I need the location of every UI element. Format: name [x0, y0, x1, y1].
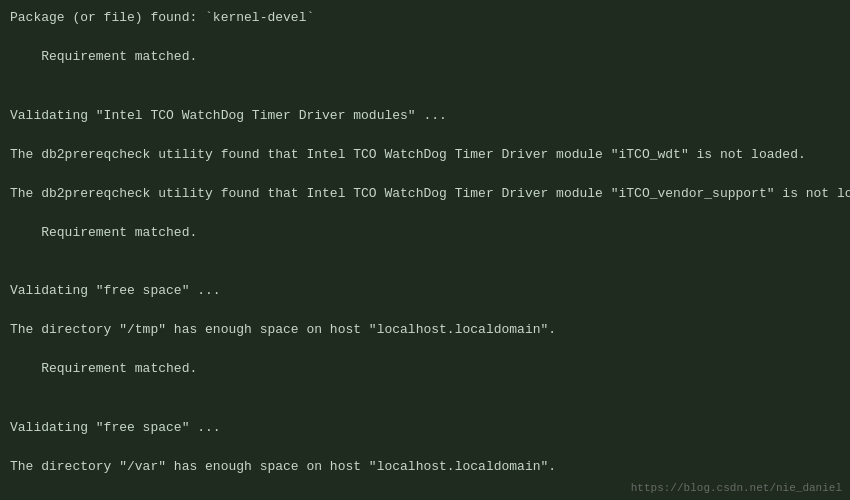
- terminal-line: Validating "Intel TCO WatchDog Timer Dri…: [10, 106, 840, 126]
- terminal-window: Package (or file) found: `kernel-devel` …: [0, 0, 850, 500]
- terminal-line: The db2prereqcheck utility found that In…: [10, 145, 840, 165]
- terminal-line: Requirement matched.: [10, 47, 840, 67]
- terminal-line: The directory "/tmp" has enough space on…: [10, 320, 840, 340]
- watermark: https://blog.csdn.net/nie_daniel: [631, 480, 842, 497]
- terminal-line: Validating "free space" ...: [10, 281, 840, 301]
- terminal-line: Requirement matched.: [10, 496, 840, 501]
- terminal-line: Requirement matched.: [10, 359, 840, 379]
- terminal-line: Validating "free space" ...: [10, 418, 840, 438]
- terminal-line: The directory "/var" has enough space on…: [10, 457, 840, 477]
- terminal-line: Package (or file) found: `kernel-devel`: [10, 8, 840, 28]
- terminal-line: The db2prereqcheck utility found that In…: [10, 184, 840, 204]
- terminal-line: Requirement matched.: [10, 223, 840, 243]
